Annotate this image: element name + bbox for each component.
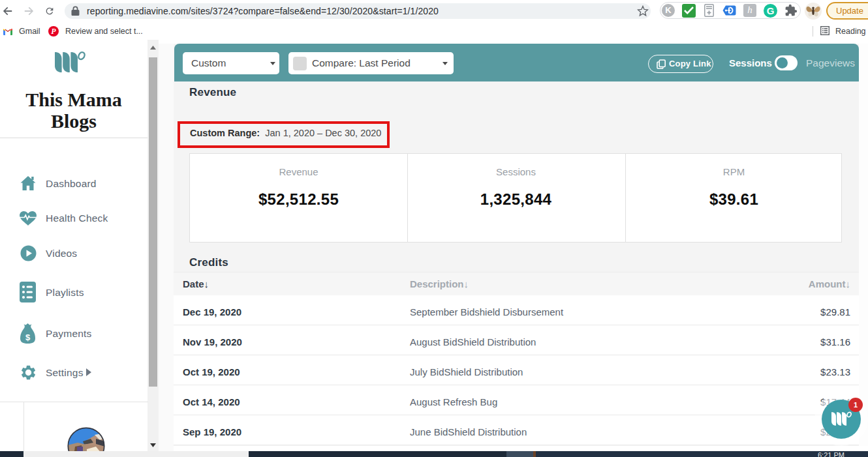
svg-text:$: $	[25, 332, 31, 342]
